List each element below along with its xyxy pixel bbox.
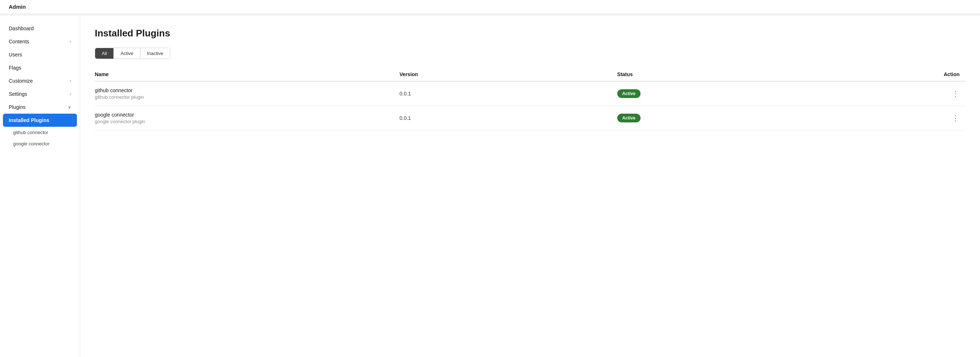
filter-tabs: All Active Inactive xyxy=(95,48,170,59)
plugin-name: github connector xyxy=(95,87,394,93)
sidebar-item-label: github connector xyxy=(13,130,48,135)
plugin-action-cell: ⋮ xyxy=(878,81,966,106)
chevron-down-icon: ∨ xyxy=(68,105,71,109)
plugin-name: google connector xyxy=(95,112,394,117)
sidebar-item-installed-plugins[interactable]: Installed Plugins xyxy=(3,114,77,127)
plugin-status-cell: Active xyxy=(617,106,878,130)
sidebar: Dashboard Contents › Users Flags Customi… xyxy=(0,16,80,357)
sidebar-item-label: google connector xyxy=(13,141,49,146)
sidebar-item-users[interactable]: Users xyxy=(0,48,80,61)
main-content: Installed Plugins All Active Inactive Na… xyxy=(80,16,980,357)
sidebar-item-flags[interactable]: Flags xyxy=(0,61,80,74)
plugin-description: google connector plugin xyxy=(95,119,394,124)
sidebar-item-label: Customize xyxy=(9,78,33,84)
col-header-action: Action xyxy=(878,68,966,81)
chevron-right-icon: › xyxy=(70,39,71,44)
plugin-name-cell: google connector google connector plugin xyxy=(95,106,399,130)
status-badge: Active xyxy=(617,89,641,98)
col-header-version: Version xyxy=(399,68,617,81)
table-row: github connector github connector plugin… xyxy=(95,81,966,106)
sidebar-item-github-connector[interactable]: github connector xyxy=(0,127,80,138)
chevron-right-icon: › xyxy=(70,78,71,83)
sidebar-item-label: Installed Plugins xyxy=(9,117,49,123)
plugin-name-cell: github connector github connector plugin xyxy=(95,81,399,106)
sidebar-item-label: Dashboard xyxy=(9,25,34,31)
sidebar-item-customize[interactable]: Customize › xyxy=(0,74,80,87)
sidebar-item-google-connector[interactable]: google connector xyxy=(0,138,80,149)
sidebar-item-label: Users xyxy=(9,52,22,57)
status-badge: Active xyxy=(617,114,641,122)
more-options-icon[interactable]: ⋮ xyxy=(952,114,959,122)
plugin-description: github connector plugin xyxy=(95,94,394,100)
sidebar-item-settings[interactable]: Settings › xyxy=(0,87,80,100)
filter-tab-all[interactable]: All xyxy=(95,48,114,59)
col-header-name: Name xyxy=(95,68,399,81)
sidebar-item-contents[interactable]: Contents › xyxy=(0,35,80,48)
plugin-version: 0.0.1 xyxy=(399,106,617,130)
col-header-status: Status xyxy=(617,68,878,81)
sidebar-item-plugins[interactable]: Plugins ∨ xyxy=(0,100,80,114)
page-title: Installed Plugins xyxy=(95,28,966,39)
plugins-table: Name Version Status Action github connec… xyxy=(95,68,966,130)
plugin-status-cell: Active xyxy=(617,81,878,106)
sidebar-item-label: Settings xyxy=(9,91,27,97)
filter-tab-inactive[interactable]: Inactive xyxy=(140,48,170,59)
sidebar-item-label: Flags xyxy=(9,65,21,71)
app-title: Admin xyxy=(9,4,26,10)
plugin-version: 0.0.1 xyxy=(399,81,617,106)
sidebar-item-label: Contents xyxy=(9,39,29,44)
chevron-right-icon: › xyxy=(70,91,71,97)
plugin-action-cell: ⋮ xyxy=(878,106,966,130)
table-row: google connector google connector plugin… xyxy=(95,106,966,130)
filter-tab-active[interactable]: Active xyxy=(114,48,140,59)
more-options-icon[interactable]: ⋮ xyxy=(952,90,959,98)
sidebar-item-dashboard[interactable]: Dashboard xyxy=(0,22,80,35)
sidebar-item-label: Plugins xyxy=(9,104,25,110)
app-header: Admin xyxy=(0,0,980,14)
